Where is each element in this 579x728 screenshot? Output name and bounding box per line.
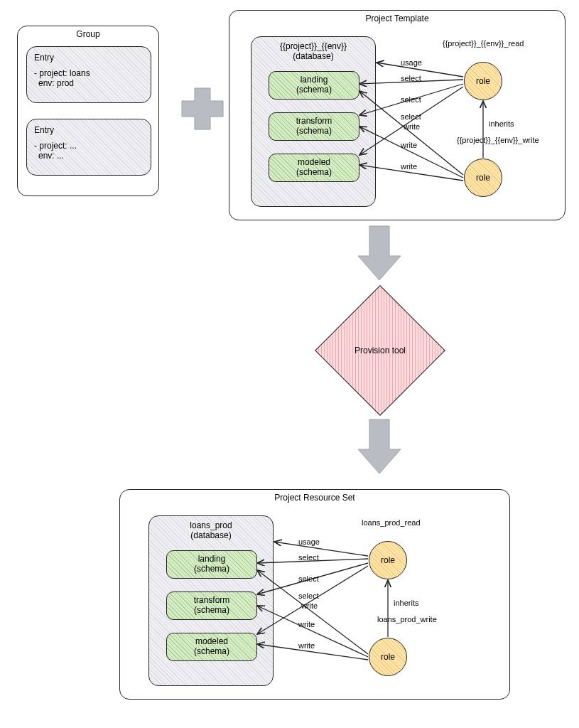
res-edge-select2: select	[298, 574, 319, 583]
res-edge-write1: write	[301, 601, 318, 610]
resource-edges	[0, 0, 579, 728]
res-edge-inherits: inherits	[394, 599, 418, 607]
res-edge-write3: write	[298, 641, 315, 650]
res-edge-write2: write	[298, 620, 315, 628]
res-edge-usage: usage	[298, 537, 320, 546]
res-edge-select3: select	[298, 592, 319, 600]
res-edge-select1: select	[298, 553, 319, 562]
svg-line-8	[274, 542, 368, 556]
